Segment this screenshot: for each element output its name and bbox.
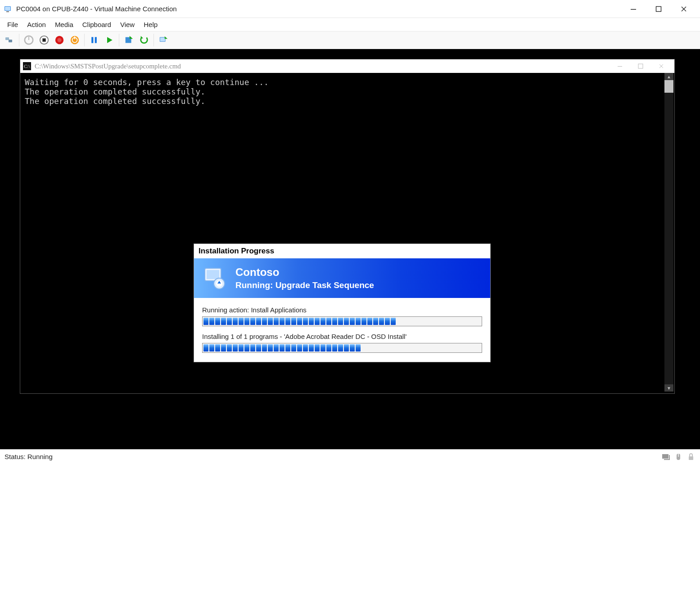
menu-action[interactable]: Action <box>23 20 50 29</box>
svg-rect-10 <box>42 38 45 41</box>
progress-segment <box>338 318 343 325</box>
progress-segment <box>291 318 296 325</box>
reset-button[interactable] <box>68 33 81 47</box>
progress-segment <box>262 344 267 352</box>
scroll-up-arrow-icon[interactable]: ▲ <box>664 73 673 80</box>
menu-clipboard[interactable]: Clipboard <box>79 20 115 29</box>
menu-view[interactable]: View <box>117 20 138 29</box>
progress-segment <box>256 318 261 325</box>
cmd-maximize-button[interactable] <box>630 59 651 73</box>
progress-segment <box>321 344 325 352</box>
start-button[interactable] <box>103 33 116 47</box>
install-sub-label: Installing 1 of 1 programs - 'Adobe Acro… <box>202 333 482 340</box>
svg-rect-17 <box>95 37 97 43</box>
progress-segment <box>239 318 244 325</box>
progress-segment <box>268 318 273 325</box>
progress-segment <box>309 344 314 352</box>
progress-segment <box>280 318 285 325</box>
progress-segment <box>227 344 232 352</box>
svg-rect-16 <box>91 37 93 43</box>
close-button[interactable] <box>671 0 696 18</box>
svg-point-12 <box>57 38 61 42</box>
install-task-line: Running: Upgrade Task Sequence <box>235 280 374 290</box>
svg-rect-30 <box>678 454 678 457</box>
svg-rect-20 <box>160 38 165 41</box>
save-button[interactable] <box>53 33 66 47</box>
progress-segment <box>227 318 232 325</box>
menu-help[interactable]: Help <box>140 20 161 29</box>
progress-segment <box>250 318 255 325</box>
install-org-name: Contoso <box>235 266 374 279</box>
progress-segment <box>274 344 279 352</box>
toolbar <box>0 31 700 49</box>
menu-file[interactable]: File <box>4 20 22 29</box>
enhanced-session-button[interactable] <box>157 33 170 47</box>
install-action-progress <box>202 316 482 326</box>
svg-rect-2 <box>6 11 9 12</box>
cmd-title: C:\Windows\SMSTSPostUpgrade\setupcomplet… <box>35 63 181 70</box>
progress-segment <box>215 344 220 352</box>
progress-segment <box>332 318 337 325</box>
cmd-line: The operation completed successfully. <box>25 87 205 96</box>
display-config-icon[interactable] <box>661 452 670 461</box>
progress-segment <box>344 344 349 352</box>
cmd-scroll-track[interactable] <box>664 80 673 384</box>
progress-segment <box>215 318 220 325</box>
app-icon <box>4 5 13 14</box>
progress-segment <box>315 344 320 352</box>
pause-button[interactable] <box>87 33 101 47</box>
svg-rect-31 <box>689 456 693 460</box>
vm-display[interactable]: C:\ C:\Windows\SMSTSPostUpgrade\setupcom… <box>0 49 700 449</box>
progress-segment <box>356 344 361 352</box>
progress-segment <box>262 318 267 325</box>
cmd-scroll-thumb[interactable] <box>664 80 673 93</box>
shut-down-button[interactable] <box>37 33 51 47</box>
svg-text:C:\: C:\ <box>24 63 30 69</box>
svg-rect-6 <box>9 40 12 42</box>
progress-segment <box>221 344 226 352</box>
progress-segment <box>285 318 290 325</box>
cmd-line: The operation completed successfully. <box>25 96 205 106</box>
svg-rect-8 <box>28 37 29 40</box>
progress-segment <box>350 344 355 352</box>
progress-segment <box>356 318 361 325</box>
progress-segment <box>303 318 308 325</box>
menu-media[interactable]: Media <box>51 20 77 29</box>
progress-segment <box>332 344 337 352</box>
install-progress-dialog: Installation Progress Contoso Running: U… <box>194 243 491 362</box>
progress-segment <box>321 318 325 325</box>
svg-rect-3 <box>631 9 636 10</box>
progress-segment <box>367 318 372 325</box>
cmd-close-button[interactable] <box>651 59 672 73</box>
revert-button[interactable] <box>137 33 151 47</box>
progress-segment <box>297 318 302 325</box>
progress-segment <box>209 318 214 325</box>
scroll-down-arrow-icon[interactable]: ▼ <box>664 384 673 392</box>
cmd-titlebar[interactable]: C:\ C:\Windows\SMSTSPostUpgrade\setupcom… <box>20 59 674 73</box>
install-sub-progress <box>202 343 482 353</box>
minimize-button[interactable] <box>621 0 646 18</box>
statusbar: Status: Running <box>0 449 700 464</box>
install-dialog-title: Installation Progress <box>194 244 490 258</box>
progress-segment <box>203 318 208 325</box>
svg-rect-28 <box>662 454 668 459</box>
cmd-icon: C:\ <box>23 62 31 70</box>
progress-segment <box>256 344 261 352</box>
progress-segment <box>285 344 290 352</box>
svg-rect-23 <box>618 66 622 67</box>
window-title: PC0004 on CPUB-Z440 - Virtual Machine Co… <box>16 5 621 13</box>
cmd-minimize-button[interactable] <box>610 59 630 73</box>
maximize-button[interactable] <box>646 0 671 18</box>
progress-segment <box>326 318 331 325</box>
progress-segment <box>268 344 273 352</box>
lock-icon <box>686 452 695 461</box>
progress-segment <box>274 318 279 325</box>
progress-segment <box>309 318 314 325</box>
cmd-scrollbar[interactable]: ▲ ▼ <box>664 73 673 392</box>
checkpoint-button[interactable] <box>122 33 135 47</box>
progress-segment <box>326 344 331 352</box>
progress-segment <box>280 344 285 352</box>
turn-off-button[interactable] <box>22 33 36 47</box>
ctrl-alt-del-button[interactable] <box>3 33 16 47</box>
progress-segment <box>233 344 238 352</box>
